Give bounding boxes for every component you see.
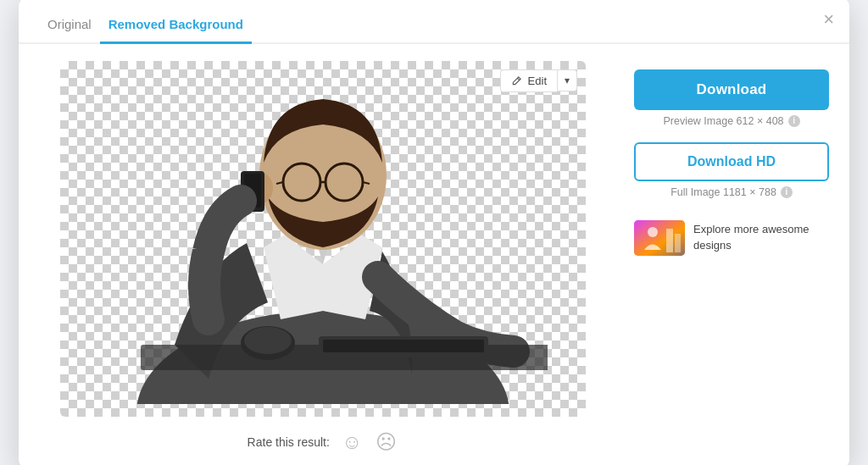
sad-icon: ☹: [376, 430, 397, 453]
modal-body: Edit ▾: [19, 44, 849, 466]
tab-removed-background[interactable]: Removed Background: [100, 12, 252, 44]
image-panel: Edit ▾: [39, 61, 607, 456]
modal-container: × Original Removed Background Edit: [19, 0, 849, 465]
happy-rating-button[interactable]: ☺: [340, 429, 364, 456]
download-button[interactable]: Download: [634, 69, 829, 110]
full-info-icon[interactable]: i: [781, 186, 793, 198]
rate-label: Rate this result:: [248, 435, 330, 449]
image-container: Edit ▾: [60, 61, 586, 417]
svg-rect-8: [241, 171, 264, 212]
download-hd-button[interactable]: Download HD: [634, 142, 829, 181]
rate-row: Rate this result: ☺ ☹: [248, 429, 399, 456]
edit-button-group: Edit ▾: [500, 69, 577, 92]
chevron-down-icon: ▾: [565, 75, 570, 86]
tabs-bar: Original Removed Background: [19, 0, 849, 44]
svg-rect-11: [319, 336, 488, 357]
pencil-icon: [511, 75, 522, 86]
preview-info-icon[interactable]: i: [788, 115, 800, 127]
sad-rating-button[interactable]: ☹: [374, 429, 398, 456]
explore-thumbnail: [634, 220, 685, 256]
right-panel: Download Preview Image 612 × 408 i Downl…: [634, 61, 829, 256]
svg-rect-10: [141, 345, 548, 370]
svg-point-2: [283, 163, 320, 201]
svg-point-14: [244, 327, 292, 354]
edit-dropdown-button[interactable]: ▾: [557, 69, 577, 91]
edit-button[interactable]: Edit: [500, 69, 557, 92]
svg-point-0: [136, 311, 509, 404]
svg-line-5: [276, 182, 283, 184]
preview-info-text: Preview Image 612 × 408: [663, 115, 783, 127]
happy-icon: ☺: [342, 430, 363, 453]
svg-point-13: [241, 326, 295, 360]
svg-point-7: [249, 173, 273, 203]
close-icon: ×: [823, 8, 834, 30]
removed-bg-image: [98, 74, 548, 404]
svg-rect-18: [675, 234, 681, 252]
edit-label: Edit: [528, 75, 547, 87]
svg-rect-12: [323, 340, 484, 352]
svg-point-3: [326, 163, 363, 201]
svg-point-1: [259, 101, 387, 250]
explore-row[interactable]: Explore more awesome designs: [634, 220, 829, 256]
svg-rect-9: [244, 174, 261, 208]
close-button[interactable]: ×: [823, 10, 834, 29]
svg-rect-17: [666, 229, 673, 252]
svg-point-16: [648, 227, 658, 237]
preview-info: Preview Image 612 × 408 i: [634, 115, 829, 127]
tab-original[interactable]: Original: [39, 12, 100, 44]
full-info: Full Image 1181 × 788 i: [634, 186, 829, 198]
full-info-text: Full Image 1181 × 788: [670, 186, 776, 198]
svg-line-6: [363, 182, 370, 184]
explore-label: Explore more awesome designs: [693, 222, 829, 252]
